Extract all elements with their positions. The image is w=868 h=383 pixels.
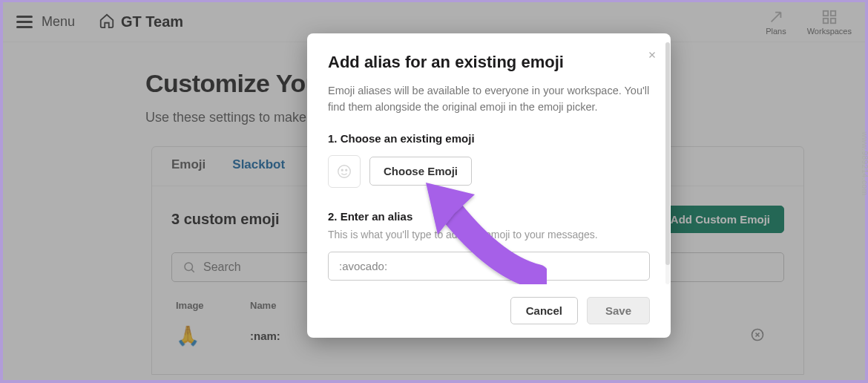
svg-point-8 — [346, 169, 347, 171]
close-icon — [647, 50, 657, 60]
choose-emoji-button[interactable]: Choose Emoji — [369, 157, 472, 186]
emoji-preview — [328, 155, 361, 188]
step1-label: 1. Choose an existing emoji — [328, 132, 650, 145]
watermark: www.989214.com — [861, 131, 868, 195]
alias-input[interactable] — [328, 252, 650, 281]
close-button[interactable] — [647, 48, 657, 64]
add-alias-modal: Add alias for an existing emoji Emoji al… — [307, 33, 671, 338]
svg-point-7 — [341, 169, 343, 171]
smiley-placeholder-icon — [336, 163, 352, 180]
step2-hint: This is what you'll type to add this emo… — [328, 227, 650, 243]
modal-description: Emoji aliases will be available to every… — [328, 82, 650, 116]
modal-scrollbar-thumb[interactable] — [665, 42, 670, 265]
svg-point-6 — [338, 166, 351, 178]
save-button[interactable]: Save — [587, 297, 650, 324]
cancel-button[interactable]: Cancel — [510, 297, 578, 324]
modal-title: Add alias for an existing emoji — [328, 53, 650, 72]
step2-label: 2. Enter an alias — [328, 210, 650, 223]
